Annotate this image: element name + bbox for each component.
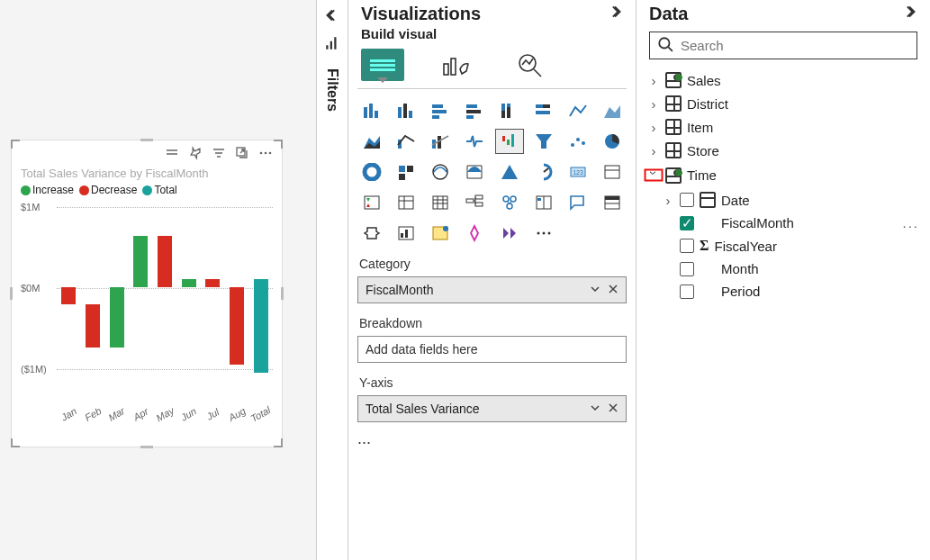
drag-handle-icon[interactable]	[165, 146, 179, 163]
viz-type-item[interactable]	[564, 190, 592, 215]
viz-type-item[interactable]	[529, 221, 558, 246]
waterfall-bar[interactable]	[133, 236, 148, 287]
chevron-right-icon[interactable]: ›	[647, 96, 660, 112]
legend-item[interactable]: Decrease	[79, 184, 137, 196]
viz-type-item[interactable]	[598, 190, 627, 215]
field-row[interactable]: Σ FiscalYear	[646, 234, 921, 257]
visual-card[interactable]: Total Sales Variance by FiscalMonth Incr…	[11, 140, 283, 447]
table-row[interactable]: › District	[646, 92, 921, 115]
expand-left-icon[interactable]	[324, 7, 340, 26]
viz-type-item[interactable]	[564, 129, 592, 154]
table-row[interactable]: › Store	[646, 139, 921, 162]
viz-type-item[interactable]	[495, 159, 524, 185]
waterfall-bar[interactable]	[205, 279, 220, 288]
chevron-right-icon[interactable]: ›	[647, 143, 660, 158]
field-checkbox[interactable]	[680, 262, 694, 276]
resize-handle[interactable]	[140, 446, 153, 448]
waterfall-bar[interactable]	[158, 236, 172, 287]
viz-type-item[interactable]	[495, 221, 524, 246]
field-row[interactable]: › Date	[646, 188, 921, 212]
viz-type-item[interactable]	[426, 190, 455, 215]
viz-type-item[interactable]	[529, 129, 558, 154]
waterfall-bar[interactable]	[110, 287, 124, 348]
waterfall-bar[interactable]	[230, 287, 244, 365]
viz-type-item[interactable]	[460, 221, 489, 246]
table-row[interactable]: › Sales	[646, 68, 921, 92]
resize-handle[interactable]	[11, 438, 20, 447]
field-row[interactable]: Period	[646, 280, 921, 303]
viz-type-item[interactable]	[392, 129, 420, 154]
viz-type-item[interactable]	[598, 129, 627, 154]
viz-type-item[interactable]	[495, 190, 524, 215]
focus-mode-icon[interactable]	[235, 146, 249, 163]
breakdown-well[interactable]: Add data fields here	[357, 336, 627, 363]
viz-type-item[interactable]	[357, 129, 386, 154]
viz-type-item[interactable]	[392, 221, 420, 246]
legend-item[interactable]: Increase	[21, 184, 74, 196]
viz-type-item[interactable]	[529, 159, 558, 185]
chevron-down-icon[interactable]	[590, 402, 600, 416]
waterfall-bar[interactable]	[182, 279, 196, 288]
viz-type-item[interactable]	[357, 98, 386, 123]
viz-type-item[interactable]	[529, 190, 558, 215]
chevron-right-icon[interactable]: ›	[647, 120, 660, 135]
resize-handle[interactable]	[140, 139, 153, 141]
field-row[interactable]: Month	[646, 257, 921, 280]
data-search-input[interactable]	[679, 37, 909, 54]
waterfall-bar[interactable]	[254, 279, 268, 374]
viz-type-item[interactable]	[426, 159, 455, 185]
waterfall-bar[interactable]	[61, 287, 76, 304]
resize-handle[interactable]	[11, 140, 20, 149]
more-options-icon[interactable]	[258, 146, 273, 163]
viz-type-item[interactable]	[460, 98, 489, 123]
viz-type-item[interactable]	[392, 159, 420, 185]
pin-icon[interactable]	[188, 146, 203, 163]
viz-type-item[interactable]	[598, 159, 627, 185]
viz-type-item[interactable]	[357, 221, 386, 246]
table-row[interactable]: › Time	[646, 162, 921, 188]
category-well[interactable]: FiscalMonth	[357, 276, 627, 303]
viz-type-item[interactable]	[392, 190, 420, 215]
field-checkbox[interactable]	[680, 285, 694, 299]
field-checkbox[interactable]	[680, 239, 694, 253]
analytics-tab[interactable]	[509, 49, 552, 81]
viz-type-item[interactable]	[426, 129, 455, 154]
chevron-down-icon[interactable]: ›	[645, 169, 664, 182]
data-search[interactable]	[649, 32, 917, 59]
viz-type-item[interactable]	[392, 98, 420, 123]
yaxis-well[interactable]: Total Sales Variance	[357, 395, 627, 422]
field-more-icon[interactable]: ...	[902, 215, 919, 230]
chevron-right-icon[interactable]: ›	[662, 193, 674, 208]
collapse-right-icon[interactable]	[607, 4, 623, 24]
waterfall-bar[interactable]	[86, 304, 100, 348]
build-visual-tab[interactable]	[361, 49, 404, 81]
table-row[interactable]: › Item	[646, 115, 921, 139]
viz-type-item[interactable]	[426, 221, 455, 246]
more-field-wells[interactable]: ...	[348, 429, 636, 448]
viz-type-item[interactable]	[460, 159, 489, 185]
viz-type-item[interactable]	[564, 98, 592, 123]
chevron-down-icon[interactable]	[590, 283, 600, 297]
viz-type-item[interactable]: 123	[564, 159, 592, 185]
viz-type-item[interactable]	[426, 98, 455, 123]
field-row[interactable]: ✓ FiscalMonth ...	[646, 212, 921, 234]
field-checkbox[interactable]	[680, 193, 694, 207]
viz-type-item[interactable]	[495, 98, 524, 123]
legend-item[interactable]: Total	[142, 184, 176, 196]
filter-icon[interactable]	[212, 146, 226, 163]
remove-field-icon[interactable]	[608, 402, 618, 416]
viz-type-item[interactable]	[460, 190, 489, 215]
format-visual-tab[interactable]	[435, 49, 478, 81]
viz-type-item[interactable]	[529, 98, 558, 123]
resize-handle[interactable]	[274, 438, 283, 447]
filters-collapsed-pane[interactable]: Filters	[316, 0, 348, 560]
viz-type-item[interactable]	[495, 129, 524, 154]
viz-type-item[interactable]	[460, 129, 489, 154]
report-canvas[interactable]: Total Sales Variance by FiscalMonth Incr…	[0, 0, 316, 560]
viz-type-item[interactable]	[357, 190, 386, 215]
viz-type-item[interactable]	[357, 159, 386, 185]
waterfall-chart[interactable]: $1M $0M ($1M) JanFebMarAprMayJunJulAugTo…	[12, 202, 282, 400]
viz-type-item[interactable]	[598, 98, 627, 123]
chevron-right-icon[interactable]: ›	[647, 73, 660, 88]
remove-field-icon[interactable]	[608, 283, 618, 297]
